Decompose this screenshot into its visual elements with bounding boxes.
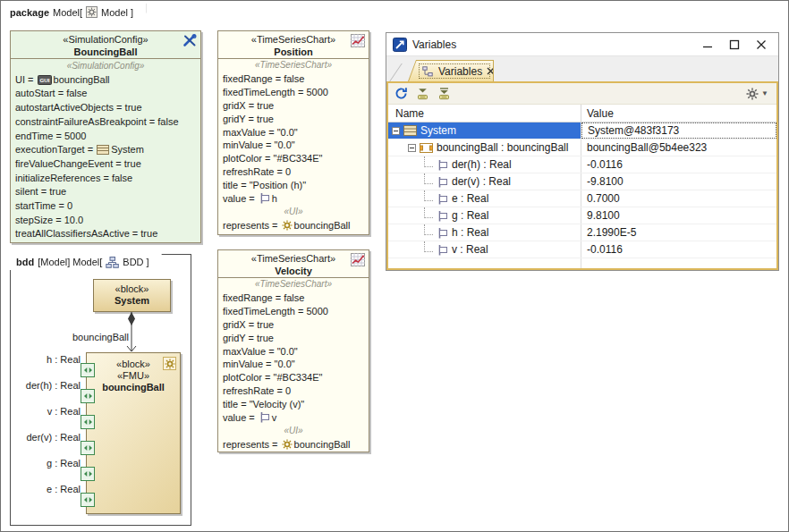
property-line: minValue = "0.0" [218, 358, 369, 371]
variable-name: der(v) : Real [452, 175, 511, 188]
frame-context: Model[ [53, 7, 82, 18]
association-role-label[interactable]: bouncingBall [38, 332, 129, 342]
property-list: UI = GUIbouncingBall autoStart = false a… [11, 73, 200, 241]
column-header-name[interactable]: Name [388, 105, 581, 122]
property-text: constraintFailureAsBreakpoint = false [15, 116, 179, 127]
represents-target: bouncingBall [294, 439, 351, 450]
property-line: UI = GUIbouncingBall [11, 73, 200, 88]
stereotype-label: «block» [116, 359, 150, 369]
stereotype-label: «FMU» [117, 370, 149, 381]
simulation-config-box[interactable]: «SimulationConfig» BouncingBall «Simulat… [10, 30, 201, 243]
name-cell: v : Real [388, 241, 581, 258]
grid-filler [388, 258, 776, 268]
frame-keyword: bdd [16, 257, 34, 267]
ui-section-stereotype: «UI» [218, 206, 369, 219]
variables-tree-icon [422, 66, 434, 77]
property-line: fixedRange = false [218, 291, 369, 305]
stereotype-label: «SimulationConfig» [63, 34, 148, 45]
value-cell: -0.0116 [581, 241, 776, 258]
property-line: value = h [218, 192, 369, 206]
position-chart-box[interactable]: «TimeSeriesChart» Position «TimeSeriesCh… [217, 30, 369, 235]
variables-window: Variables Variables ▼ [386, 32, 779, 271]
value-cell: System@483f3173 [581, 122, 776, 139]
property-line: stepSize = 10.0 [11, 214, 200, 228]
property-text: autostartActiveObjects = true [15, 102, 142, 113]
flow-port-icon[interactable] [81, 467, 95, 481]
property-line: initializeReferences = false [11, 172, 200, 186]
flag-icon [259, 192, 270, 204]
variables-panel: ▼ Name Value System System@483f3173 [386, 81, 778, 270]
variable-value: 0.7000 [587, 192, 620, 205]
table-row[interactable]: h : Real 2.1990E-5 [388, 224, 776, 241]
bdd-frame-tab[interactable]: bdd [Model] Model[ BDD ] [10, 254, 162, 270]
position-chart-header: «TimeSeriesChart» Position [218, 31, 369, 59]
represents-target: bouncingBall [294, 220, 351, 231]
chart-column: «TimeSeriesChart» Position «TimeSeriesCh… [217, 30, 369, 452]
svg-text:GUI: GUI [39, 77, 49, 83]
variables-tab[interactable]: Variables [408, 60, 494, 81]
flow-port-icon[interactable] [81, 493, 95, 507]
property-text: initializeReferences = false [15, 173, 132, 183]
gear-icon [282, 439, 293, 450]
part-property-icon [420, 143, 433, 153]
dropdown-arrow-icon: ▼ [761, 90, 768, 97]
flow-port-icon[interactable] [81, 415, 95, 429]
tab-close-icon[interactable] [487, 67, 495, 75]
property-text: gridY = true [223, 114, 274, 124]
import-values-button[interactable] [416, 88, 429, 100]
refresh-button[interactable] [394, 87, 408, 100]
value-cell: 2.1990E-5 [581, 224, 776, 241]
variable-value: -0.0116 [587, 158, 623, 171]
maximize-button[interactable] [721, 35, 748, 55]
expand-toggle[interactable] [408, 144, 416, 152]
export-values-button[interactable] [437, 88, 451, 100]
settings-gear-icon [746, 88, 759, 100]
table-row[interactable]: v : Real -0.0116 [388, 241, 776, 258]
port-row: v : Real [13, 406, 111, 432]
port-list: h : Real der(h) : Real v : Real der(v) :… [13, 354, 111, 519]
name-cell: der(v) : Real [388, 173, 581, 190]
close-button[interactable] [748, 35, 775, 55]
flow-port-icon[interactable] [81, 389, 95, 403]
system-block[interactable]: «block» System [93, 279, 171, 312]
minimize-button[interactable] [694, 35, 721, 55]
port-row: der(h) : Real [13, 380, 111, 406]
tab-label: Variables [438, 65, 482, 78]
stereotype-label: «TimeSeriesChart» [251, 253, 335, 264]
property-text: refreshRate = 0 [223, 385, 291, 396]
package-frame-tab[interactable]: package Model[ Model ] [4, 4, 146, 21]
table-row[interactable]: System System@483f3173 [388, 122, 776, 139]
variable-value: -0.0116 [587, 243, 623, 256]
property-text: fixedRange = false [223, 73, 304, 84]
property-text: refreshRate = 0 [223, 166, 291, 177]
variables-toolbar: ▼ [388, 83, 776, 105]
port-label: der(h) : Real [13, 380, 81, 391]
table-row[interactable]: der(v) : Real -9.8100 [388, 173, 776, 190]
port-row: h : Real [13, 354, 111, 380]
property-line: fixedTimeLength = 5000 [218, 305, 369, 318]
property-text: autoStart = false [15, 88, 87, 98]
table-row[interactable]: e : Real 0.7000 [388, 190, 776, 207]
property-text: minValue = "0.0" [223, 139, 295, 150]
simulation-config-header: «SimulationConfig» BouncingBall [11, 31, 200, 59]
table-row[interactable]: bouncingBall : bouncingBall bouncingBall… [388, 139, 776, 156]
table-row[interactable]: der(h) : Real -0.0116 [388, 156, 776, 173]
property-text: gridY = true [223, 333, 274, 343]
flow-port-icon[interactable] [81, 363, 95, 377]
column-header-value[interactable]: Value [581, 105, 776, 122]
window-titlebar[interactable]: Variables [386, 33, 778, 56]
represents-line: represents = bouncingBall [218, 219, 369, 232]
property-text: UI = [15, 74, 37, 85]
flow-port-icon[interactable] [81, 441, 95, 455]
expand-toggle[interactable] [392, 127, 400, 135]
table-row[interactable]: g : Real 9.8100 [388, 207, 776, 224]
port-label: e : Real [13, 484, 81, 494]
velocity-chart-header: «TimeSeriesChart» Velocity [218, 250, 369, 278]
gear-icon [282, 220, 293, 231]
velocity-chart-box[interactable]: «TimeSeriesChart» Velocity «TimeSeriesCh… [217, 249, 369, 452]
settings-button[interactable]: ▼ [746, 88, 768, 100]
property-line: title = "Velocity (v)" [218, 398, 369, 411]
variable-name: System [420, 124, 456, 137]
property-text: fixedRange = false [223, 292, 304, 303]
property-line: endTime = 5000 [11, 130, 200, 144]
